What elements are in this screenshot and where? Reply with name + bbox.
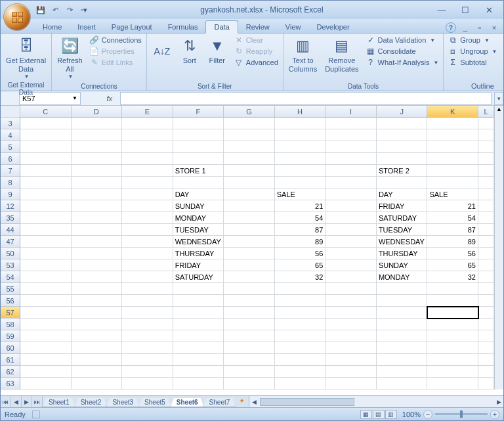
zoom-out-button[interactable]: −	[423, 410, 432, 419]
cell-H44[interactable]: 87	[275, 224, 326, 236]
cell-I55[interactable]	[326, 283, 377, 295]
reapply-button[interactable]: ↻Reapply	[232, 46, 280, 56]
cell-G57[interactable]	[224, 307, 275, 319]
properties-button[interactable]: 📄Properties	[88, 46, 144, 56]
cell-C63[interactable]	[20, 378, 72, 389]
column-header-K[interactable]: K	[427, 106, 478, 118]
cell-F58[interactable]	[173, 319, 224, 330]
cell-D50[interactable]	[72, 248, 123, 259]
cell-G44[interactable]	[224, 224, 275, 236]
cell-E61[interactable]	[122, 354, 173, 366]
cell-H62[interactable]	[275, 366, 326, 378]
cell-G7[interactable]	[224, 165, 275, 177]
cell-K63[interactable]	[427, 378, 478, 389]
cell-G58[interactable]	[224, 319, 275, 330]
cell-H35[interactable]: 54	[275, 212, 326, 224]
cell-F9[interactable]: DAY	[173, 188, 224, 200]
advanced-button[interactable]: ▽Advanced	[232, 57, 280, 68]
cell-G3[interactable]	[224, 118, 275, 129]
vertical-scrollbar[interactable]	[494, 212, 503, 224]
row-header-62[interactable]: 62	[1, 366, 20, 378]
cell-F59[interactable]	[173, 330, 224, 342]
cell-D6[interactable]	[72, 153, 123, 165]
column-header-H[interactable]: H	[275, 106, 326, 118]
cell-K61[interactable]	[427, 354, 478, 366]
cell-H54[interactable]: 32	[275, 271, 326, 283]
cell-K7[interactable]	[427, 165, 478, 177]
macro-icon[interactable]	[32, 410, 40, 418]
cell-C55[interactable]	[20, 283, 72, 295]
cell-E6[interactable]	[122, 153, 173, 165]
cell-J12[interactable]: FRIDAY	[377, 200, 428, 212]
cell-K44[interactable]: 87	[427, 224, 478, 236]
cell-E54[interactable]	[122, 271, 173, 283]
cell-J3[interactable]	[377, 118, 428, 129]
maximize-button[interactable]: ☐	[457, 5, 473, 15]
sort-button[interactable]: ⇅Sort	[177, 35, 202, 66]
cell-D44[interactable]	[72, 224, 123, 236]
cell-L60[interactable]	[478, 342, 494, 354]
cell-F7[interactable]: STORE 1	[173, 165, 224, 177]
cell-D35[interactable]	[72, 212, 123, 224]
cell-G35[interactable]	[224, 212, 275, 224]
cell-I63[interactable]	[326, 378, 377, 389]
subtotal-button[interactable]: ΣSubtotal	[446, 57, 499, 68]
cell-F4[interactable]	[173, 129, 224, 141]
cell-J55[interactable]	[377, 283, 428, 295]
cell-G50[interactable]	[224, 248, 275, 259]
row-header-44[interactable]: 44	[1, 224, 20, 236]
cell-D60[interactable]	[72, 342, 123, 354]
cell-H4[interactable]	[275, 129, 326, 141]
cell-J62[interactable]	[377, 366, 428, 378]
edit-links-button[interactable]: ✎Edit Links	[88, 57, 144, 68]
cell-E59[interactable]	[122, 330, 173, 342]
cell-I47[interactable]	[326, 236, 377, 248]
cell-G59[interactable]	[224, 330, 275, 342]
first-sheet-button[interactable]: ⏮	[1, 396, 11, 407]
cell-F56[interactable]	[173, 295, 224, 307]
cell-G54[interactable]	[224, 271, 275, 283]
cell-L50[interactable]	[478, 248, 494, 259]
cell-E12[interactable]	[122, 200, 173, 212]
cell-J56[interactable]	[377, 295, 428, 307]
cell-J6[interactable]	[377, 153, 428, 165]
cell-K57[interactable]	[427, 307, 478, 319]
cell-C59[interactable]	[20, 330, 72, 342]
cell-F62[interactable]	[173, 366, 224, 378]
cell-I9[interactable]	[326, 188, 377, 200]
cell-G47[interactable]	[224, 236, 275, 248]
cell-E50[interactable]	[122, 248, 173, 259]
formula-expand-button[interactable]: ▾	[494, 92, 503, 105]
cell-E8[interactable]	[122, 177, 173, 188]
clear-button[interactable]: ✕Clear	[232, 35, 280, 45]
cell-L3[interactable]	[478, 118, 494, 129]
last-sheet-button[interactable]: ⏭	[32, 396, 43, 407]
cell-I35[interactable]	[326, 212, 377, 224]
cell-L57[interactable]	[478, 307, 494, 319]
cell-D12[interactable]	[72, 200, 123, 212]
cell-H9[interactable]: SALE	[275, 188, 326, 200]
cell-K5[interactable]	[427, 141, 478, 153]
sheet-tab-sheet2[interactable]: Sheet2	[75, 398, 108, 407]
cell-C53[interactable]	[20, 259, 72, 271]
tab-page-layout[interactable]: Page Layout	[104, 21, 160, 33]
tab-formulas[interactable]: Formulas	[160, 21, 206, 33]
cell-K53[interactable]: 65	[427, 259, 478, 271]
cell-D61[interactable]	[72, 354, 123, 366]
cell-I4[interactable]	[326, 129, 377, 141]
row-header-8[interactable]: 8	[1, 177, 20, 188]
cell-I3[interactable]	[326, 118, 377, 129]
cell-E7[interactable]	[122, 165, 173, 177]
row-header-7[interactable]: 7	[1, 165, 20, 177]
vertical-scrollbar[interactable]	[494, 200, 503, 212]
sort-asc-button[interactable]: A↓Z	[150, 35, 175, 62]
cell-F61[interactable]	[173, 354, 224, 366]
cell-H57[interactable]	[275, 307, 326, 319]
cell-K54[interactable]: 32	[427, 271, 478, 283]
qat-customize-icon[interactable]: ▫▾	[78, 4, 90, 16]
row-header-9[interactable]: 9	[1, 188, 20, 200]
cell-C56[interactable]	[20, 295, 72, 307]
page-layout-view-button[interactable]: ▤	[373, 410, 385, 419]
cell-J50[interactable]: THURSDAY	[377, 248, 428, 259]
cell-L12[interactable]	[478, 200, 494, 212]
